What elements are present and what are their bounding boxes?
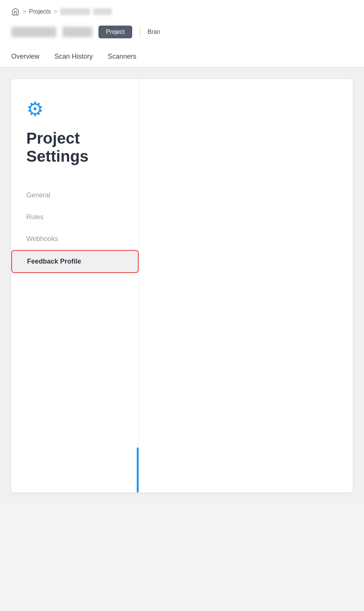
settings-nav-feedback-profile[interactable]: Feedback Profile [11, 250, 139, 273]
breadcrumb-projects[interactable]: Projects [29, 8, 51, 15]
home-icon[interactable] [11, 8, 20, 16]
settings-card: ⚙ Project Settings General Rules Webhook… [11, 79, 353, 493]
settings-gear-icon: ⚙ [26, 98, 124, 120]
breadcrumb-blurred-2 [93, 8, 112, 15]
project-button[interactable]: Project [98, 26, 132, 38]
top-bar-divider [140, 26, 140, 38]
settings-title: Project Settings [26, 129, 124, 166]
settings-content [139, 79, 353, 493]
breadcrumb: > Projects > [0, 0, 364, 22]
branch-label: Bran [148, 29, 160, 35]
page-wrapper: > Projects > Project Bran Overview Scan … [0, 0, 364, 611]
tab-scan-history[interactable]: Scan History [54, 46, 93, 68]
scrollbar-indicator[interactable] [137, 447, 139, 493]
settings-nav-webhooks[interactable]: Webhooks [26, 228, 124, 250]
tab-overview[interactable]: Overview [11, 46, 39, 68]
top-bar: Project Bran [0, 22, 364, 46]
settings-nav-general[interactable]: General [26, 185, 124, 206]
main-content: ⚙ Project Settings General Rules Webhook… [0, 68, 364, 504]
breadcrumb-sep-1: > [23, 8, 26, 15]
settings-nav-rules[interactable]: Rules [26, 206, 124, 228]
breadcrumb-sep-2: > [54, 8, 57, 15]
topbar-blurred-2 [62, 27, 92, 37]
nav-tabs: Overview Scan History Scanners [0, 46, 364, 68]
tab-scanners[interactable]: Scanners [108, 46, 136, 68]
breadcrumb-blurred-1 [60, 8, 90, 15]
settings-sidebar: ⚙ Project Settings General Rules Webhook… [11, 79, 139, 493]
topbar-blurred-1 [11, 27, 56, 37]
